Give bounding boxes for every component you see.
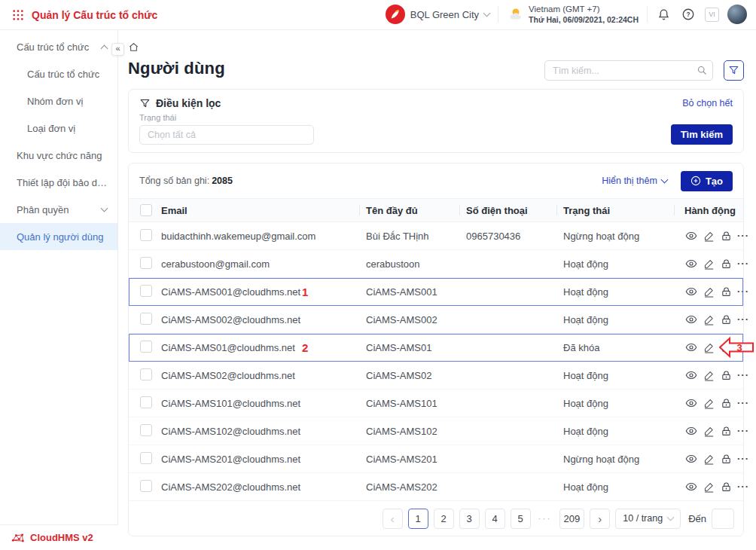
page-button-1[interactable]: 1 <box>408 509 428 529</box>
view-button[interactable] <box>684 285 698 298</box>
clear-all-link[interactable]: Bỏ chọn hết <box>682 98 733 108</box>
column-header-fullname[interactable]: Tên đầy đủ <box>366 199 466 222</box>
page-button-2[interactable]: 2 <box>434 509 454 529</box>
row-checkbox[interactable] <box>140 396 152 408</box>
page-button-209[interactable]: 209 <box>559 509 585 529</box>
more-actions-button[interactable]: ··· <box>736 229 750 243</box>
filter-toggle-button[interactable] <box>724 60 744 81</box>
lock-button[interactable] <box>719 396 733 410</box>
sidebar-item-0[interactable]: Cấu trúc tổ chức <box>0 33 117 60</box>
lock-button[interactable] <box>719 285 733 298</box>
row-checkbox[interactable] <box>140 313 152 325</box>
row-checkbox[interactable] <box>140 285 152 297</box>
row-checkbox[interactable] <box>140 452 152 464</box>
column-header-phone[interactable]: Số điện thoại <box>466 199 563 222</box>
page-button-4[interactable]: 4 <box>485 509 505 529</box>
more-actions-button[interactable]: ··· <box>736 285 750 298</box>
user-status: Hoạt động <box>563 481 681 493</box>
user-fullname: CiAMS-AMS102 <box>366 426 466 437</box>
user-email: CiAMS-AMS01@cloudhms.net <box>161 342 366 353</box>
more-actions-button[interactable]: ··· <box>736 368 750 382</box>
page-size-select[interactable]: 10 / trang <box>615 509 681 529</box>
row-checkbox[interactable] <box>140 480 152 492</box>
view-button[interactable] <box>684 341 698 354</box>
help-button[interactable]: ? <box>680 6 697 23</box>
user-avatar[interactable] <box>727 5 747 24</box>
show-more-link[interactable]: Hiển thị thêm <box>602 176 667 186</box>
org-name: BQL Green City <box>410 9 479 20</box>
row-checkbox[interactable] <box>140 229 152 241</box>
edit-button[interactable] <box>702 424 715 438</box>
org-selector[interactable]: BQL Green City <box>386 5 489 24</box>
funnel-icon <box>139 98 151 109</box>
view-button[interactable] <box>684 396 698 410</box>
more-actions-button[interactable]: ··· <box>736 424 750 438</box>
filter-search-button[interactable]: Tìm kiếm <box>671 124 733 145</box>
lock-button[interactable] <box>719 368 733 382</box>
sidebar-item-4[interactable]: Khu vực chức năng <box>0 142 117 169</box>
app-grid-icon[interactable] <box>11 8 26 23</box>
sidebar-item-1[interactable]: Cấu trúc tổ chức <box>0 60 117 87</box>
edit-button[interactable] <box>702 396 715 410</box>
sidebar-item-6[interactable]: Phân quyền <box>0 196 117 223</box>
view-button[interactable] <box>684 424 698 438</box>
chevron-down-icon <box>660 176 668 184</box>
more-actions-button[interactable]: ··· <box>736 257 750 270</box>
user-email: CiAMS-AMS102@cloudhms.net <box>161 426 366 437</box>
row-checkbox[interactable] <box>140 341 152 353</box>
column-header-status[interactable]: Trạng thái <box>563 199 681 222</box>
page-button-3[interactable]: 3 <box>459 509 480 529</box>
home-icon[interactable] <box>128 41 139 53</box>
select-all-checkbox[interactable] <box>140 204 152 216</box>
ellipsis-icon: ··· <box>737 456 749 462</box>
edit-button[interactable] <box>702 452 715 466</box>
status-filter-select[interactable]: Chọn tất cả <box>139 125 314 145</box>
lock-button[interactable] <box>719 257 733 270</box>
page-button-5[interactable]: 5 <box>511 509 531 529</box>
lock-button[interactable] <box>719 424 733 438</box>
sidebar: Cấu trúc tổ chức Cấu trúc tổ chức Nhóm đ… <box>0 30 118 550</box>
sidebar-item-7[interactable]: Quản lý người dùng <box>0 223 117 250</box>
row-checkbox[interactable] <box>140 257 152 269</box>
user-status: Hoạt động <box>563 370 681 381</box>
column-header-email[interactable]: Email <box>161 199 366 222</box>
edit-button[interactable] <box>702 313 715 326</box>
language-toggle[interactable]: VI <box>705 8 719 22</box>
lock-button[interactable] <box>719 313 733 326</box>
edit-button[interactable] <box>702 368 715 382</box>
pencil-icon <box>703 231 715 242</box>
more-actions-button[interactable]: ··· <box>736 396 750 410</box>
edit-button[interactable] <box>702 480 715 493</box>
notifications-button[interactable] <box>656 7 672 23</box>
lock-button[interactable] <box>719 480 733 493</box>
sidebar-item-5[interactable]: Thiết lập đội bảo dưỡng khu ... <box>0 169 117 196</box>
table-row: CiAMS-AMS001@cloudhms.net CiAMS-AMS001 H… <box>129 278 743 306</box>
sidebar-item-2[interactable]: Nhóm đơn vị <box>0 87 117 115</box>
prev-page-button[interactable]: ‹ <box>383 509 403 529</box>
total-records: Tổng số bản ghi:2085 <box>139 176 233 186</box>
collapse-sidebar-button[interactable]: « <box>111 43 124 56</box>
more-actions-button[interactable]: ··· <box>736 480 750 493</box>
edit-button[interactable] <box>702 341 715 354</box>
edit-button[interactable] <box>702 229 715 243</box>
next-page-button[interactable]: › <box>590 509 610 529</box>
row-checkbox[interactable] <box>140 424 152 436</box>
search-input[interactable] <box>544 60 713 81</box>
edit-button[interactable] <box>702 257 715 270</box>
view-button[interactable] <box>684 452 698 466</box>
view-button[interactable] <box>684 368 698 382</box>
view-button[interactable] <box>684 257 698 270</box>
view-button[interactable] <box>684 480 698 493</box>
more-actions-button[interactable]: ··· <box>736 313 750 326</box>
lock-button[interactable] <box>719 452 733 466</box>
lock-button[interactable] <box>719 229 733 243</box>
more-actions-button[interactable]: ··· <box>736 452 750 466</box>
view-button[interactable] <box>684 313 698 326</box>
create-button[interactable]: Tạo <box>681 171 733 191</box>
sidebar-item-3[interactable]: Loại đơn vị <box>0 115 117 142</box>
goto-page-input[interactable] <box>712 509 734 529</box>
row-checkbox[interactable] <box>140 368 152 380</box>
user-email: CiAMS-AMS02@cloudhms.net <box>161 370 366 381</box>
edit-button[interactable] <box>702 285 715 298</box>
view-button[interactable] <box>684 229 698 243</box>
